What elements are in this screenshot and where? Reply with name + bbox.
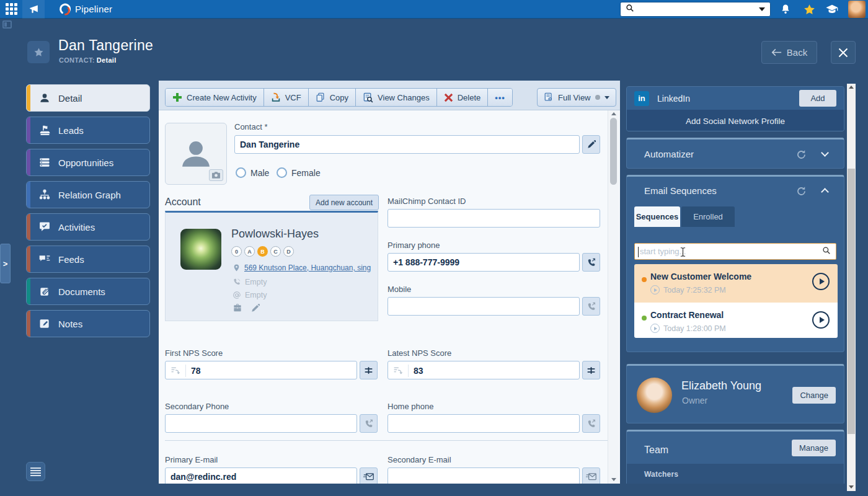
contact-photo-placeholder[interactable] bbox=[165, 123, 227, 185]
edit-account-pencil-icon[interactable] bbox=[251, 304, 260, 312]
academy-graduation-cap-icon[interactable] bbox=[825, 2, 839, 16]
call-secondary-phone-button[interactable] bbox=[360, 414, 378, 433]
primary-email-input[interactable] bbox=[165, 467, 357, 484]
back-button[interactable]: Back bbox=[761, 41, 817, 64]
full-view-button[interactable]: Full View bbox=[537, 88, 616, 107]
global-search[interactable] bbox=[620, 2, 771, 17]
create-new-activity-button[interactable]: Create New Activity bbox=[166, 89, 264, 106]
more-actions-button[interactable]: ••• bbox=[488, 89, 512, 106]
linkedin-label: LinkedIn bbox=[657, 94, 690, 104]
email-sequences-title: Email Sequences bbox=[644, 185, 717, 196]
notifications-bell-icon[interactable] bbox=[779, 2, 792, 16]
female-radio[interactable] bbox=[277, 167, 287, 178]
tab-sequences[interactable]: Sequences bbox=[634, 206, 680, 227]
apps-grid-icon[interactable] bbox=[6, 3, 18, 16]
pipeliner-logo-icon[interactable] bbox=[58, 2, 72, 16]
sidebar-item-feeds[interactable]: Feeds bbox=[26, 246, 150, 273]
call-mobile-button[interactable] bbox=[582, 297, 600, 316]
page-title: Dan Tangerine bbox=[58, 37, 153, 54]
linkedin-icon[interactable]: in bbox=[634, 91, 649, 106]
collapse-window-icon[interactable] bbox=[2, 20, 12, 29]
menu-hamburger-button[interactable] bbox=[26, 462, 45, 481]
badge-0[interactable]: 0 bbox=[231, 246, 242, 257]
sequence-item-new-customer-welcome[interactable]: New Customer Welcome Today 7:25:32 PM bbox=[634, 264, 838, 303]
account-card[interactable]: Powlowski-Hayes 0 A B C D 569 Knutson Pl… bbox=[165, 211, 378, 321]
search-dropdown-caret-icon[interactable] bbox=[759, 7, 765, 11]
right-panel-scrollbar[interactable] bbox=[847, 84, 856, 491]
run-sequence-button[interactable] bbox=[812, 311, 830, 329]
send-secondary-email-button[interactable] bbox=[582, 467, 600, 484]
female-label: Female bbox=[291, 168, 321, 178]
change-owner-button[interactable]: Change bbox=[792, 387, 836, 404]
home-phone-input[interactable] bbox=[388, 414, 580, 433]
sidebar-item-opportunities[interactable]: Opportunities bbox=[26, 149, 150, 176]
favorites-star-icon[interactable] bbox=[802, 2, 816, 16]
user-avatar[interactable] bbox=[848, 1, 866, 18]
sidebar-item-detail[interactable]: Detail bbox=[26, 84, 150, 112]
badge-d[interactable]: D bbox=[283, 246, 294, 257]
owner-role: Owner bbox=[682, 396, 707, 405]
delete-button[interactable]: Delete bbox=[437, 89, 489, 106]
sidebar-item-activities[interactable]: Activities bbox=[26, 213, 150, 241]
run-sequence-button[interactable] bbox=[812, 273, 830, 290]
person-silhouette-icon bbox=[177, 135, 215, 173]
refresh-icon[interactable] bbox=[796, 186, 807, 197]
primary-phone-input[interactable] bbox=[388, 253, 580, 272]
sidebar-item-leads[interactable]: Leads bbox=[26, 117, 150, 144]
close-button[interactable] bbox=[831, 41, 856, 64]
first-nps-adjust-button[interactable] bbox=[360, 361, 378, 379]
owner-avatar[interactable] bbox=[637, 378, 672, 413]
section-divider bbox=[165, 440, 610, 441]
send-primary-email-button[interactable] bbox=[360, 467, 378, 484]
favorite-record-star-button[interactable] bbox=[27, 41, 50, 63]
leads-flag-icon bbox=[38, 124, 51, 137]
home-phone-label: Home phone bbox=[388, 402, 433, 411]
view-changes-button[interactable]: View Changes bbox=[356, 89, 437, 106]
call-home-phone-button[interactable] bbox=[582, 414, 600, 433]
mailchimp-input[interactable] bbox=[388, 209, 600, 228]
edit-contact-button[interactable] bbox=[582, 135, 600, 154]
badge-a[interactable]: A bbox=[244, 246, 255, 257]
tab-enrolled[interactable]: Enrolled bbox=[681, 206, 735, 227]
secondary-phone-input[interactable] bbox=[165, 414, 357, 433]
latest-nps-adjust-button[interactable] bbox=[582, 361, 600, 379]
chevron-down-icon[interactable] bbox=[821, 149, 829, 157]
form-scrollbar[interactable] bbox=[608, 110, 619, 484]
sequence-search-input[interactable] bbox=[640, 247, 822, 256]
mobile-input[interactable] bbox=[388, 297, 580, 316]
copy-button[interactable]: Copy bbox=[309, 89, 356, 106]
linkedin-add-button[interactable]: Add bbox=[799, 90, 836, 107]
add-new-account-button[interactable]: Add new account bbox=[309, 195, 379, 210]
scroll-up-icon[interactable] bbox=[849, 86, 854, 89]
scroll-up-icon[interactable] bbox=[611, 112, 616, 115]
sidebar-expander[interactable]: > bbox=[0, 244, 11, 283]
sidebar-item-notes[interactable]: Notes bbox=[26, 310, 150, 337]
sequence-search[interactable] bbox=[634, 243, 836, 260]
upload-photo-camera-button[interactable] bbox=[209, 169, 223, 181]
badge-c[interactable]: C bbox=[270, 246, 281, 257]
sequence-item-contract-renewal[interactable]: Contract Renewal Today 1:28:00 PM bbox=[634, 303, 838, 338]
account-address-link[interactable]: 569 Knutson Place, Huangchuan, sing bbox=[244, 264, 371, 272]
latest-nps-field[interactable]: 83 bbox=[388, 361, 580, 379]
scroll-down-icon[interactable] bbox=[611, 478, 616, 481]
automatizer-panel[interactable]: Automatizer bbox=[626, 138, 844, 169]
secondary-email-input[interactable] bbox=[388, 467, 580, 484]
vcf-button[interactable]: VCF bbox=[264, 89, 309, 106]
refresh-icon[interactable] bbox=[796, 149, 807, 160]
manage-team-button[interactable]: Manage bbox=[792, 440, 836, 456]
sidebar-item-relation-graph[interactable]: Relation Graph bbox=[26, 181, 150, 208]
badge-b-active[interactable]: B bbox=[257, 246, 268, 257]
male-radio[interactable] bbox=[236, 167, 246, 178]
right-scrollbar-thumb[interactable] bbox=[848, 169, 855, 434]
scroll-down-icon[interactable] bbox=[849, 485, 854, 489]
chevron-up-icon[interactable] bbox=[821, 188, 829, 196]
call-primary-phone-button[interactable] bbox=[582, 253, 600, 272]
form-scrollbar-thumb[interactable] bbox=[610, 118, 617, 185]
megaphone-icon[interactable] bbox=[27, 2, 40, 16]
add-social-profile-button[interactable]: Add Social Network Profile bbox=[627, 110, 844, 131]
first-nps-label: First NPS Score bbox=[165, 348, 223, 358]
contact-name-input[interactable] bbox=[234, 135, 580, 154]
sidebar-item-documents[interactable]: Documents bbox=[26, 278, 150, 305]
first-nps-field[interactable]: 78 bbox=[165, 361, 357, 379]
global-search-input[interactable] bbox=[638, 5, 759, 14]
